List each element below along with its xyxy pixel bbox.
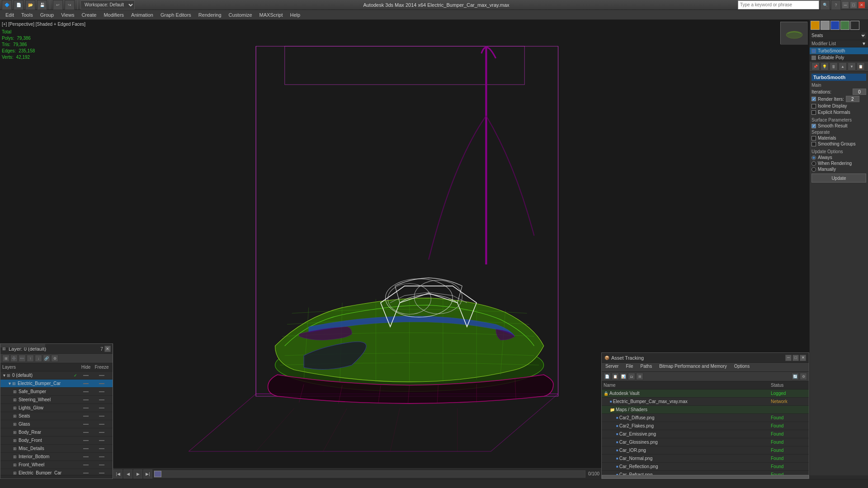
- layer-hide-sb[interactable]: [79, 391, 93, 392]
- swatch-dark[interactable]: [850, 21, 859, 30]
- tl-next-btn[interactable]: ▶|: [143, 469, 152, 479]
- layer-tb-6[interactable]: 🔗: [43, 355, 50, 362]
- layer-freeze-sw[interactable]: [93, 399, 111, 400]
- modifier-turbosmooth[interactable]: TurboSmooth: [810, 47, 868, 54]
- tl-play-btn[interactable]: ▶: [133, 469, 142, 479]
- asset-tb-1[interactable]: 📄: [604, 373, 611, 380]
- ts-render-iters-input[interactable]: [846, 96, 859, 102]
- ts-manually-radio[interactable]: [811, 167, 816, 172]
- mod-tb-copy[interactable]: 📋: [857, 62, 865, 70]
- asset-tb-3[interactable]: 📊: [620, 373, 627, 380]
- menu-graph-editors[interactable]: Graph Editors: [157, 11, 195, 19]
- menu-rendering[interactable]: Rendering: [195, 11, 225, 19]
- asset-tb-4[interactable]: 🗂: [628, 373, 635, 380]
- menu-help[interactable]: Help: [287, 11, 304, 19]
- swatch-orange[interactable]: [811, 21, 820, 30]
- layer-hide-fw[interactable]: [79, 465, 93, 465]
- layer-freeze-fw[interactable]: [93, 465, 111, 465]
- swatch-green[interactable]: [840, 21, 849, 30]
- close-btn[interactable]: ✕: [858, 1, 865, 9]
- help-btn[interactable]: ?: [831, 0, 841, 10]
- layer-hide-md[interactable]: [79, 448, 93, 449]
- layer-item-bodyfront[interactable]: ⊞ Body_Front: [0, 436, 113, 445]
- layer-hide-ebc2[interactable]: [79, 473, 93, 474]
- asset-close-btn[interactable]: ✕: [800, 355, 806, 361]
- layer-tb-2[interactable]: ➕: [10, 355, 18, 362]
- layer-hide-ib[interactable]: [79, 456, 93, 457]
- menu-maxscript[interactable]: MAXScript: [256, 11, 287, 19]
- layer-item-glass[interactable]: ⊞ Glass: [0, 420, 113, 428]
- search-btn[interactable]: 🔍: [820, 0, 830, 10]
- layer-tb-3[interactable]: ➖: [19, 355, 26, 362]
- modifier-editablepoly[interactable]: Editable Poly: [810, 54, 868, 61]
- asset-tb-5[interactable]: ⊞: [636, 373, 643, 380]
- ts-update-button[interactable]: Update: [811, 174, 866, 183]
- mod-tb-up[interactable]: ▲: [839, 62, 847, 70]
- minimize-btn[interactable]: ─: [842, 1, 849, 9]
- layer-freeze-lg[interactable]: [93, 408, 111, 408]
- asset-tb-2[interactable]: 📋: [612, 373, 619, 380]
- menu-create[interactable]: Create: [78, 11, 100, 19]
- asset-item-maxfile[interactable]: ■ Electric_Bumper_Car_max_vray.max Netwo…: [602, 398, 809, 406]
- layer-hide-sw[interactable]: [79, 399, 93, 400]
- asset-item-normal[interactable]: ■ Car_Normal.png Found: [602, 455, 809, 463]
- menu-edit[interactable]: Edit: [2, 11, 18, 19]
- undo-btn[interactable]: ↩: [53, 0, 63, 10]
- layer-item-ebc2[interactable]: ⊞ Electric_Bumper_Car: [0, 469, 113, 475]
- layer-item-seats[interactable]: ⊞ Seats: [0, 412, 113, 420]
- menu-views[interactable]: Views: [57, 11, 78, 19]
- mod-tb-down[interactable]: ▼: [848, 62, 856, 70]
- layer-freeze-sb[interactable]: [93, 391, 111, 392]
- asset-item-diffuse[interactable]: ■ Car2_Diffuse.png Found: [602, 414, 809, 422]
- layers-list[interactable]: ▼ ⊞ 0 (default) ✓ ▼ ⊞ Electric_Bumper_Ca…: [0, 371, 113, 475]
- layer-freeze-seats[interactable]: [93, 416, 111, 417]
- save-btn[interactable]: 💾: [37, 0, 47, 10]
- layer-freeze-ebc2[interactable]: [93, 473, 111, 474]
- layer-item-intbottom[interactable]: ⊞ Interior_Bottom: [0, 453, 113, 461]
- asset-menu-bitmap[interactable]: Bitmap Performance and Memory: [656, 363, 731, 371]
- layer-hide-bf[interactable]: [79, 440, 93, 441]
- mod-tb-delete[interactable]: 🗑: [830, 62, 838, 70]
- layer-tb-7[interactable]: ⚙: [51, 355, 58, 362]
- menu-animation[interactable]: Animation: [127, 11, 157, 19]
- layer-item-lights[interactable]: ⊞ Lights_Glow: [0, 404, 113, 412]
- app-icon[interactable]: 🔷: [2, 0, 12, 10]
- redo-btn[interactable]: ↪: [65, 0, 75, 10]
- ts-whenrendering-radio[interactable]: [811, 161, 816, 166]
- layers-scroll[interactable]: [0, 475, 113, 479]
- maximize-btn[interactable]: □: [850, 1, 857, 9]
- asset-tb-refresh[interactable]: 🔄: [792, 373, 799, 380]
- search-input[interactable]: [738, 0, 819, 9]
- layer-tb-5[interactable]: ↓: [35, 355, 42, 362]
- layer-expand-default[interactable]: ▼: [2, 373, 7, 378]
- layer-item-electric-bumper-car[interactable]: ▼ ⊞ Electric_Bumper_Car: [0, 380, 113, 388]
- asset-item-reflection[interactable]: ■ Car_Reflection.png Found: [602, 463, 809, 471]
- layer-item-steering[interactable]: ⊞ Steering_Wheel: [0, 396, 113, 404]
- ts-always-radio[interactable]: [811, 155, 816, 160]
- layer-hide-seats[interactable]: [79, 416, 93, 417]
- layer-freeze-br[interactable]: [93, 432, 111, 433]
- asset-list[interactable]: 🔒 Autodesk Vault Logged ■ Electric_Bumpe…: [602, 389, 809, 475]
- asset-item-vault[interactable]: 🔒 Autodesk Vault Logged: [602, 389, 809, 398]
- asset-menu-file[interactable]: File: [622, 363, 637, 371]
- asset-scroll[interactable]: [602, 475, 809, 479]
- layer-item-frontwheel[interactable]: ⊞ Front_Wheel: [0, 461, 113, 469]
- asset-item-flakes[interactable]: ■ Car2_Flakes.png Found: [602, 422, 809, 430]
- layer-hide-br[interactable]: [79, 432, 93, 433]
- asset-minimize-btn[interactable]: ─: [785, 355, 792, 361]
- asset-item-maps[interactable]: 📁 Maps / Shaders: [602, 406, 809, 414]
- ts-isoline-check[interactable]: [811, 104, 816, 108]
- layer-item-bodyrear[interactable]: ⊞ Body_Rear: [0, 428, 113, 436]
- timeline-track[interactable]: [154, 470, 585, 478]
- layer-freeze-bf[interactable]: [93, 440, 111, 441]
- layer-freeze-md[interactable]: [93, 448, 111, 449]
- layer-item-default[interactable]: ▼ ⊞ 0 (default) ✓: [0, 371, 113, 380]
- asset-tb-settings[interactable]: ⚙: [800, 373, 807, 380]
- open-btn[interactable]: 📂: [25, 0, 35, 10]
- asset-item-ior[interactable]: ■ Car_IOR.png Found: [602, 446, 809, 455]
- workspace-dropdown[interactable]: Workspace: Default: [80, 0, 135, 9]
- layer-freeze-glass[interactable]: [93, 424, 111, 425]
- menu-group[interactable]: Group: [37, 11, 58, 19]
- layer-item-safe-bumper[interactable]: ⊞ Safe_Bumper: [0, 388, 113, 396]
- layer-tb-1[interactable]: ⊞: [2, 355, 9, 362]
